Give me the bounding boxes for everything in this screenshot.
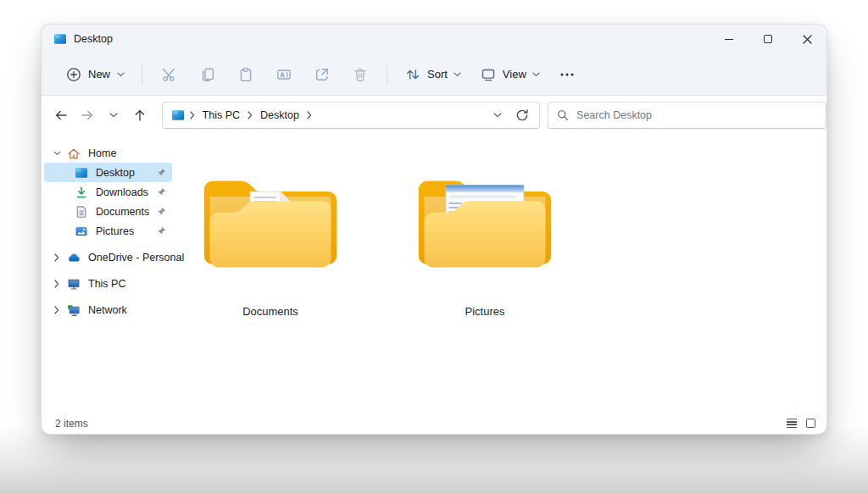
maximize-button[interactable] <box>748 25 787 53</box>
maximize-icon <box>764 35 772 43</box>
chevron-down-icon <box>109 113 118 118</box>
sidebar-item-label: OneDrive - Personal <box>88 252 184 264</box>
chevron-down-icon <box>532 72 540 77</box>
sidebar-item-documents[interactable]: Documents <box>44 202 172 221</box>
sidebar-item-onedrive[interactable]: OneDrive - Personal <box>44 247 172 267</box>
refresh-icon[interactable] <box>515 108 529 122</box>
pictures-icon <box>75 225 88 238</box>
sidebar-item-pictures[interactable]: Pictures <box>44 221 172 241</box>
sidebar-item-home[interactable]: Home <box>44 143 172 163</box>
toolbar-divider <box>142 64 142 84</box>
search-icon <box>557 109 569 121</box>
recent-locations-button[interactable] <box>101 102 127 129</box>
sort-button-label: Sort <box>427 68 448 80</box>
command-bar: New <box>42 53 826 96</box>
sidebar-item-downloads[interactable]: Downloads <box>44 182 172 202</box>
documents-icon <box>75 205 88 219</box>
delete-icon <box>352 66 369 83</box>
forward-icon <box>81 108 94 122</box>
file-tile-pictures[interactable]: Pictures <box>413 164 557 318</box>
breadcrumb-chevron-icon[interactable] <box>307 111 312 119</box>
rename-button[interactable] <box>264 59 303 90</box>
folder-documents-icon <box>198 164 342 279</box>
sort-button[interactable]: Sort <box>395 59 470 90</box>
status-bar: 2 items <box>42 413 826 434</box>
pin-icon <box>157 207 166 216</box>
pin-icon <box>157 226 166 236</box>
paste-button[interactable] <box>226 59 264 90</box>
chevron-down-icon <box>453 72 461 77</box>
sidebar-item-label: This PC <box>88 278 125 290</box>
sidebar-item-label: Home <box>88 147 116 159</box>
share-icon <box>314 66 331 83</box>
file-explorer-window: Desktop New <box>41 24 827 435</box>
desktop-icon <box>53 32 67 46</box>
onedrive-icon <box>67 251 81 264</box>
navigation-pane: Home Desktop Downloads Documents <box>42 135 175 413</box>
window-chrome: Desktop New <box>42 25 826 96</box>
home-icon <box>67 147 81 160</box>
new-button-label: New <box>88 68 110 80</box>
address-bar[interactable]: This PC Desktop <box>162 102 541 129</box>
large-icons-view-toggle[interactable] <box>806 419 815 428</box>
files-area[interactable]: Documents Pictures <box>175 135 826 413</box>
back-button[interactable] <box>48 102 75 129</box>
titlebar[interactable]: Desktop <box>42 25 826 53</box>
new-button[interactable]: New <box>57 61 134 88</box>
sidebar-item-label: Pictures <box>96 225 134 237</box>
share-button[interactable] <box>303 59 341 90</box>
chevron-down-icon[interactable] <box>52 151 62 156</box>
sidebar-item-label: Desktop <box>96 167 135 179</box>
explorer-body: Home Desktop Downloads Documents <box>42 135 826 413</box>
window-controls <box>709 25 826 53</box>
copy-icon <box>199 66 216 83</box>
close-button[interactable] <box>787 25 826 53</box>
cut-icon <box>161 66 178 83</box>
up-button[interactable] <box>127 102 153 129</box>
file-name: Pictures <box>465 305 505 318</box>
view-button-label: View <box>503 68 526 80</box>
sidebar-item-label: Downloads <box>96 186 148 198</box>
folder-pictures-icon <box>413 164 557 279</box>
sidebar-item-label: Network <box>88 304 127 316</box>
plus-circle-icon <box>66 67 81 82</box>
chevron-right-icon[interactable] <box>52 280 62 288</box>
minimize-button[interactable] <box>709 25 748 53</box>
minimize-icon <box>725 39 733 40</box>
network-icon <box>67 303 81 317</box>
view-button[interactable]: View <box>470 59 549 90</box>
forward-button[interactable] <box>75 102 101 129</box>
paste-icon <box>237 66 254 83</box>
breadcrumb-this-pc[interactable]: This PC <box>200 108 242 122</box>
breadcrumb-chevron-icon <box>190 111 195 119</box>
file-tile-documents[interactable]: Documents <box>198 164 342 318</box>
sidebar-item-desktop[interactable]: Desktop <box>44 163 172 182</box>
chevron-right-icon[interactable] <box>52 253 62 262</box>
copy-button[interactable] <box>188 59 226 90</box>
details-view-toggle[interactable] <box>787 419 797 429</box>
breadcrumb-desktop[interactable]: Desktop <box>258 108 302 122</box>
search-input[interactable] <box>576 109 817 121</box>
view-icon <box>480 66 497 83</box>
sidebar-item-network[interactable]: Network <box>44 300 172 319</box>
pin-icon <box>157 187 166 197</box>
window-title: Desktop <box>74 33 113 45</box>
toolbar-divider <box>387 64 387 84</box>
address-dropdown-icon[interactable] <box>493 113 502 118</box>
breadcrumb-chevron-icon[interactable] <box>248 111 253 119</box>
see-more-button[interactable] <box>549 59 585 90</box>
search-box[interactable] <box>548 102 826 129</box>
pin-icon <box>157 168 166 177</box>
sidebar-item-this-pc[interactable]: This PC <box>44 274 172 293</box>
chevron-right-icon[interactable] <box>52 306 62 314</box>
more-icon <box>560 73 574 76</box>
cut-button[interactable] <box>150 59 188 90</box>
file-name: Documents <box>242 305 298 318</box>
chevron-down-icon <box>117 72 125 77</box>
delete-button[interactable] <box>341 59 379 90</box>
desktop-icon <box>75 166 88 180</box>
back-icon <box>54 108 68 122</box>
close-icon <box>803 35 812 44</box>
items-count: 2 items <box>55 418 88 430</box>
sidebar-item-label: Documents <box>96 206 149 218</box>
